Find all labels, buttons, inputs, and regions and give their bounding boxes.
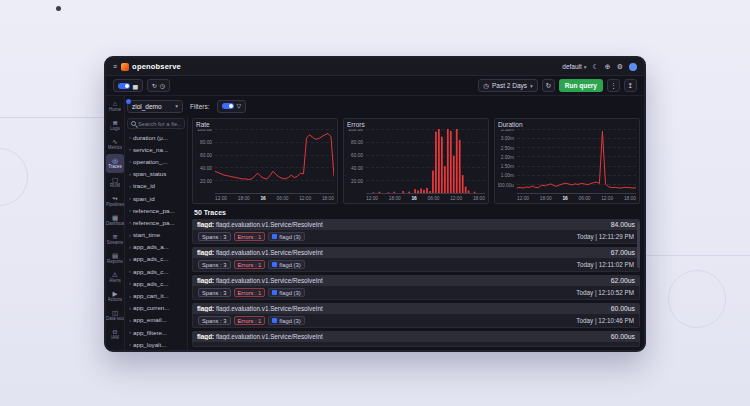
field-item[interactable]: ›app_filtere... [127, 326, 185, 338]
sidebar-item-dashboards[interactable]: ▦Dashboards [106, 211, 124, 230]
chart-title: Rate [196, 121, 334, 128]
x-tick-label: 12:00 [450, 196, 462, 201]
chart-title: Errors [347, 121, 485, 128]
field-item[interactable]: ›app_ads_c... [127, 265, 185, 277]
chevron-right-icon: › [129, 195, 131, 201]
sidebar-item-metrics[interactable]: ∿Metrics [106, 135, 124, 154]
trace-row-header[interactable]: flagd: flagd.evaluation.v1.Service/Resol… [192, 275, 640, 286]
field-item[interactable]: ›app_cart_it... [127, 289, 185, 301]
inner-row: ›duration (μ...›service_na...›operation_… [125, 116, 644, 350]
field-item[interactable]: ›app_curren... [127, 302, 185, 314]
field-item[interactable]: ›trace_id [127, 180, 185, 192]
plot-area [366, 129, 485, 194]
trace-row[interactable]: flagd: flagd.evaluation.v1.Service/Resol… [192, 331, 640, 347]
field-item[interactable]: ›operation_... [127, 155, 185, 167]
chevron-right-icon: › [129, 317, 131, 323]
language-icon[interactable]: ⊕ [605, 63, 611, 70]
org-selector[interactable]: default ▾ [562, 63, 586, 70]
sidebar-item-pipelines[interactable]: ↬Pipelines [106, 192, 124, 211]
sidebar-item-alerts[interactable]: ⚠Alerts [106, 268, 124, 287]
chart-panel-errors: Errors100.0080.0060.0040.0020.0012:0018:… [343, 118, 489, 204]
field-item[interactable]: ›app_email... [127, 314, 185, 326]
field-search-input[interactable] [138, 121, 181, 127]
field-search[interactable] [127, 118, 185, 129]
field-item[interactable]: ›service_na... [127, 143, 185, 155]
field-list: ›duration (μ...›service_na...›operation_… [127, 131, 185, 350]
filter-funnel-icon: ▽ [237, 103, 242, 109]
field-item[interactable]: ›reference_pa... [127, 204, 185, 216]
field-item[interactable]: ›app_ads_c... [127, 253, 185, 265]
toggle-switch[interactable] [222, 103, 234, 109]
trace-service-name: flagd: [197, 305, 214, 312]
share-button[interactable]: ↥ [624, 79, 637, 92]
field-item[interactable]: ›app_loyalt... [127, 338, 185, 350]
run-query-button[interactable]: Run query [559, 79, 603, 92]
settings-gear-icon[interactable]: ⚙ [617, 63, 623, 70]
trace-operation-name: flagd.evaluation.v1.Service/ResolveInt [214, 333, 323, 340]
sidebar-item-iam[interactable]: ⊙IAM [106, 325, 124, 344]
trace-row[interactable]: flagd: flagd.evaluation.v1.Service/Resol… [192, 303, 640, 328]
sidebar-item-rum[interactable]: ▢RUM [106, 173, 124, 192]
field-item[interactable]: ›span_status [127, 168, 185, 180]
sidebar-item-label: Reports [107, 259, 123, 264]
sidebar-item-traces[interactable]: ◎Traces [106, 154, 124, 173]
trace-row[interactable]: flagd: flagd.evaluation.v1.Service/Resol… [192, 219, 640, 244]
filters-toggle[interactable]: ▽ [217, 100, 247, 113]
filters-label: Filters: [190, 103, 210, 110]
user-avatar[interactable] [629, 63, 637, 71]
trace-row-header[interactable]: flagd: flagd.evaluation.v1.Service/Resol… [192, 247, 640, 258]
trace-row-header[interactable]: flagd: flagd.evaluation.v1.Service/Resol… [192, 219, 640, 230]
trace-row-header[interactable]: flagd: flagd.evaluation.v1.Service/Resol… [192, 303, 640, 314]
toggle-switch[interactable] [118, 83, 130, 89]
field-name: app_ads_a... [133, 243, 169, 250]
decorative-line [0, 117, 104, 118]
chevron-right-icon: › [129, 171, 131, 177]
trace-operation-name: flagd.evaluation.v1.Service/ResolveInt [214, 221, 323, 228]
time-range-value: Past 2 Days [492, 82, 527, 89]
field-item[interactable]: ›app_ads_a... [127, 241, 185, 253]
field-name: trace_id [133, 182, 155, 189]
field-item[interactable]: ›start_time [127, 229, 185, 241]
histogram-toggle-group[interactable]: ▅ [113, 79, 143, 92]
service-color-dot [272, 234, 277, 239]
stream-select[interactable]: ziol_demo ▾ [127, 100, 183, 113]
scrollbar[interactable] [637, 222, 640, 268]
trace-row[interactable]: flagd: flagd.evaluation.v1.Service/Resol… [192, 247, 640, 272]
view-options-group[interactable]: ↻ ◷ [147, 79, 170, 92]
field-name: operation_... [133, 158, 167, 165]
refresh-icon[interactable]: ↻ [152, 83, 157, 89]
field-name: service_na... [133, 146, 168, 153]
plot-area [215, 129, 334, 194]
spans-count-badge: Spans : 3 [198, 232, 231, 241]
service-color-dot [272, 290, 277, 295]
sidebar-item-actions[interactable]: ▶Actions [106, 287, 124, 306]
decorative-dot [56, 6, 61, 11]
x-tick-label: 16 [260, 196, 265, 201]
field-name: span_status [133, 170, 166, 177]
sidebar-item-label: Data sources [106, 316, 124, 321]
sidebar-item-home[interactable]: ⌂Home [106, 97, 124, 116]
more-options-button[interactable]: ⋮ [607, 79, 620, 92]
menu-icon[interactable]: ≡ [113, 63, 117, 70]
decorative-circle [0, 148, 28, 206]
field-item[interactable]: ›span_id [127, 192, 185, 204]
main-area: Rate100.0080.0060.0040.0020.0012:0018:00… [188, 116, 644, 350]
sidebar-item-logs[interactable]: ≣Logs [106, 116, 124, 135]
stream-badge [126, 99, 131, 104]
sidebar-item-reports[interactable]: ▤Reports [106, 249, 124, 268]
field-name: app_ads_c... [133, 280, 168, 287]
theme-moon-icon[interactable]: ☾ [593, 63, 599, 70]
sidebar-item-data-sources[interactable]: ◫Data sources [106, 306, 124, 325]
trace-row[interactable]: flagd: flagd.evaluation.v1.Service/Resol… [192, 275, 640, 300]
clock-icon[interactable]: ◷ [160, 83, 165, 89]
service-chip: flagd (3) [268, 288, 304, 297]
chart-plot: 100.0080.0060.0040.0020.00 [347, 129, 485, 194]
field-item[interactable]: ›app_ads_c... [127, 277, 185, 289]
time-range-select[interactable]: ◷ Past 2 Days ▾ [478, 79, 537, 92]
refresh-button[interactable]: ↻ [542, 79, 555, 92]
field-item[interactable]: ›reference_pa... [127, 216, 185, 228]
sidebar-item-streams[interactable]: ≋Streams [106, 230, 124, 249]
field-item[interactable]: ›duration (μ... [127, 131, 185, 143]
trace-row-header[interactable]: flagd: flagd.evaluation.v1.Service/Resol… [192, 331, 640, 342]
y-tick-label: 2.00m [501, 154, 514, 159]
